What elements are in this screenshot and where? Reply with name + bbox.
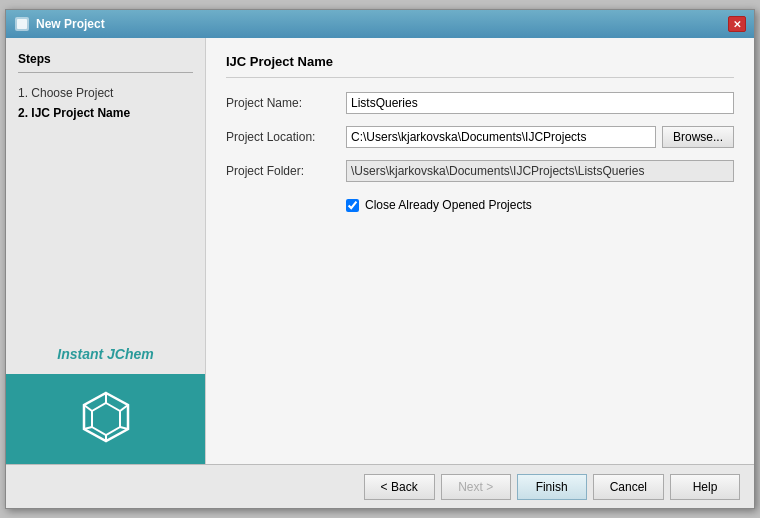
project-location-input[interactable] (346, 126, 656, 148)
project-location-row: Project Location: Browse... (226, 126, 734, 148)
project-name-input[interactable] (346, 92, 734, 114)
title-bar-left: New Project (14, 16, 105, 32)
project-folder-label: Project Folder: (226, 164, 346, 178)
finish-button[interactable]: Finish (517, 474, 587, 500)
project-name-row: Project Name: (226, 92, 734, 114)
new-project-window: New Project ✕ Steps 1. Choose Project 2.… (5, 9, 755, 509)
project-location-label: Project Location: (226, 130, 346, 144)
svg-rect-1 (17, 19, 27, 29)
main-content: IJC Project Name Project Name: Project L… (206, 38, 754, 464)
branding-text: Instant JChem (6, 334, 205, 374)
step-1: 1. Choose Project (18, 83, 193, 103)
steps-section: Steps 1. Choose Project 2. IJC Project N… (6, 38, 205, 334)
cancel-button[interactable]: Cancel (593, 474, 664, 500)
help-button[interactable]: Help (670, 474, 740, 500)
browse-button[interactable]: Browse... (662, 126, 734, 148)
sidebar: Steps 1. Choose Project 2. IJC Project N… (6, 38, 206, 464)
close-button[interactable]: ✕ (728, 16, 746, 32)
close-projects-checkbox[interactable] (346, 199, 359, 212)
bottom-bar: < Back Next > Finish Cancel Help (6, 464, 754, 508)
project-folder-value: \Users\kjarkovska\Documents\IJCProjects\… (346, 160, 734, 182)
hex-logo-icon (76, 389, 136, 449)
project-folder-row: Project Folder: \Users\kjarkovska\Docume… (226, 160, 734, 182)
back-button[interactable]: < Back (364, 474, 435, 500)
next-button[interactable]: Next > (441, 474, 511, 500)
sidebar-logo (6, 374, 205, 464)
close-projects-row: Close Already Opened Projects (346, 198, 734, 212)
title-bar: New Project ✕ (6, 10, 754, 38)
window-icon (14, 16, 30, 32)
svg-marker-3 (92, 403, 120, 435)
project-name-label: Project Name: (226, 96, 346, 110)
close-projects-label[interactable]: Close Already Opened Projects (365, 198, 532, 212)
steps-heading: Steps (18, 52, 193, 73)
step-2-active: 2. IJC Project Name (18, 103, 193, 123)
section-title: IJC Project Name (226, 54, 734, 78)
window-title: New Project (36, 17, 105, 31)
window-body: Steps 1. Choose Project 2. IJC Project N… (6, 38, 754, 464)
